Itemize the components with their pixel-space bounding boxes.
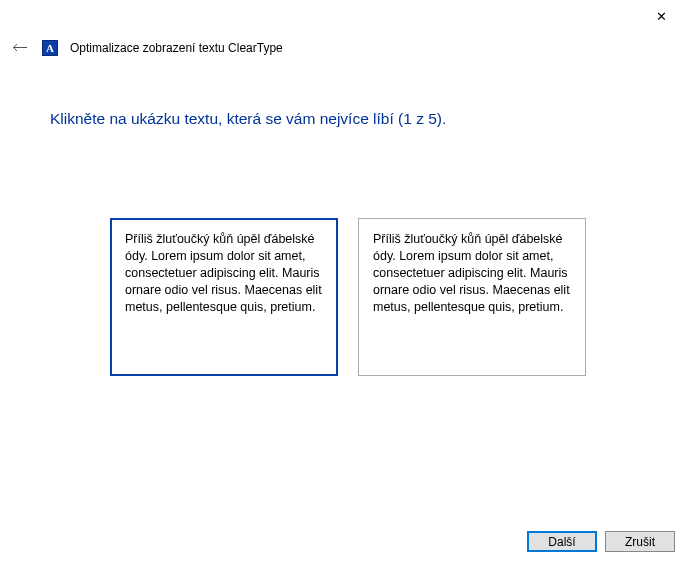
content-area: Klikněte na ukázku textu, která se vám n… <box>0 68 689 386</box>
next-button[interactable]: Další <box>527 531 597 552</box>
app-icon-letter: A <box>46 43 54 54</box>
footer-buttons: Další Zrušit <box>527 531 675 552</box>
back-button[interactable]: 🡐 <box>10 38 30 58</box>
next-button-label: Další <box>548 535 575 549</box>
cancel-button-label: Zrušit <box>625 535 655 549</box>
page-heading: Klikněte na ukázku textu, která se vám n… <box>50 110 639 128</box>
samples-row: Příliš žluťoučký kůň úpěl ďábelské ódy. … <box>50 218 639 376</box>
text-sample-2-text: Příliš žluťoučký kůň úpěl ďábelské ódy. … <box>373 232 570 314</box>
header: 🡐 A Optimalizace zobrazení textu ClearTy… <box>0 32 689 68</box>
text-sample-1[interactable]: Příliš žluťoučký kůň úpěl ďábelské ódy. … <box>110 218 338 376</box>
back-arrow-icon: 🡐 <box>12 39 28 57</box>
text-sample-1-text: Příliš žluťoučký kůň úpěl ďábelské ódy. … <box>125 232 322 314</box>
text-sample-2[interactable]: Příliš žluťoučký kůň úpěl ďábelské ódy. … <box>358 218 586 376</box>
cancel-button[interactable]: Zrušit <box>605 531 675 552</box>
window-title: Optimalizace zobrazení textu ClearType <box>70 41 283 55</box>
app-icon: A <box>42 40 58 56</box>
close-button[interactable]: ✕ <box>641 2 681 30</box>
titlebar: ✕ <box>0 0 689 32</box>
